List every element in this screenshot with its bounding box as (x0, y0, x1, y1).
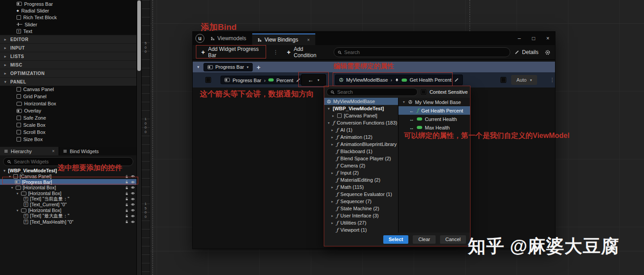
chevron-down-icon[interactable]: ▾ (402, 100, 406, 104)
close-button[interactable]: × (541, 32, 555, 45)
chevron-right-icon[interactable]: ▸ (330, 214, 334, 218)
palette-item-size-box[interactable]: Size Box (0, 136, 136, 143)
palette-item-safe-zone[interactable]: Safe Zone (0, 114, 136, 121)
tree-row-horizontal-box[interactable]: ▾ [Horizontal Box] (0, 191, 136, 196)
chevron-right-icon[interactable]: ▸ (330, 200, 334, 204)
tab-hierarchy[interactable]: Hierarchy × (0, 147, 59, 155)
eye-icon[interactable] (131, 197, 135, 201)
window-title-bar[interactable]: u Viewmodels View Bindings × – □ × (193, 32, 555, 45)
tree-item-ai[interactable]: ▸ ƒ AI (1) (324, 126, 398, 133)
close-icon[interactable]: × (52, 149, 55, 154)
add-binding-plus-button[interactable]: + (257, 63, 261, 71)
chevron-down-icon[interactable]: ▾ (16, 192, 19, 196)
palette-item-text[interactable]: T Text (0, 28, 136, 35)
palette-item-progress-bar[interactable]: Progress Bar (0, 0, 136, 7)
tree-row-text-max-label[interactable]: T [Text] "最大血量：" (0, 213, 136, 219)
category-optimization[interactable]: ▸ OPTIMIZATION (0, 69, 136, 77)
palette-item-scroll-box[interactable]: Scroll Box (0, 129, 136, 136)
eye-icon[interactable] (131, 202, 135, 207)
tree-item-state-machine[interactable]: ƒ State Machine (2) (324, 205, 398, 212)
select-button[interactable]: Select (383, 235, 408, 244)
exec-mode-dropdown[interactable]: Auto ▾ (511, 75, 537, 85)
tab-bind-widgets[interactable]: Bind Widgets (59, 147, 136, 155)
palette-item-rich-text-block[interactable]: Rich Text Block (0, 14, 136, 21)
eye-icon[interactable] (131, 220, 135, 224)
eye-icon[interactable] (131, 174, 135, 179)
palette-item-overlay[interactable]: Overlay (0, 107, 136, 114)
tree-item-blend-space-player[interactable]: ƒ Blend Space Player (2) (324, 155, 398, 162)
tree-item-animation-bp-library[interactable]: ▸ ƒ AnimationBlueprintLibrary (324, 141, 398, 148)
tree-item-sequence-evaluator[interactable]: ƒ Sequence Evaluator (1) (324, 191, 398, 198)
chevron-right-icon[interactable]: ▸ (330, 185, 334, 189)
tree-row-progress-bar[interactable]: [Progress Bar] (0, 179, 136, 185)
chevron-down-icon[interactable]: ▾ (197, 65, 199, 69)
tree-row-text-current-value[interactable]: T [Text_Current] "0" (0, 202, 136, 208)
minimize-button[interactable]: – (512, 32, 526, 45)
palette-item-scale-box[interactable]: Scale Box (0, 121, 136, 129)
lock-icon[interactable] (125, 197, 129, 201)
tree-item-camera[interactable]: ƒ Camera (2) (324, 162, 398, 169)
lock-icon[interactable] (125, 175, 129, 179)
lock-icon[interactable] (125, 203, 129, 207)
widget-group-dropdown[interactable]: Progress Bar ▾ (203, 63, 253, 71)
chevron-right-icon[interactable]: ▸ (330, 135, 334, 139)
eye-icon[interactable] (131, 214, 135, 218)
tree-item-sequencer[interactable]: ▸ ƒ Sequencer (7) (324, 198, 398, 205)
maximize-button[interactable]: □ (526, 32, 541, 45)
chevron-down-icon[interactable]: ▾ (16, 208, 19, 212)
chevron-right-icon[interactable]: ▸ (330, 171, 334, 175)
chevron-down-icon[interactable]: ▾ (327, 121, 330, 125)
binding-exec-checkbox[interactable] (500, 77, 506, 83)
tree-item-user-interface[interactable]: ▸ ƒ User Interface (3) (324, 212, 398, 219)
tree-item-widget-root[interactable]: ▾ [WBP_ViewModeTest] (324, 105, 398, 112)
tree-item-viewport[interactable]: ƒ Viewport (1) (324, 226, 398, 233)
lock-icon[interactable] (125, 220, 129, 224)
close-icon[interactable]: × (307, 38, 310, 42)
binding-source-chip[interactable]: Progress Bar › Percent (220, 76, 305, 84)
palette-item-radial-slider[interactable]: ◆ Radial Slider (0, 7, 136, 14)
binding-enabled-checkbox[interactable] (205, 77, 211, 83)
tree-row-text-current-label[interactable]: T [Text] "当前血量：" (0, 196, 136, 202)
chevron-down-icon[interactable]: ▾ (8, 175, 12, 179)
lock-icon[interactable] (125, 186, 129, 190)
lock-icon[interactable] (125, 180, 129, 184)
palette-item-slider[interactable]: Slider (0, 21, 136, 28)
add-condition-button[interactable]: + Add Condition (283, 44, 329, 60)
chevron-down-icon[interactable]: ▾ (10, 186, 14, 190)
category-misc[interactable]: ▸ MISC (0, 60, 136, 69)
clear-button[interactable]: Clear (413, 235, 435, 244)
tree-item-viewmodel[interactable]: MyViewModelBase (324, 98, 398, 105)
tree-item-input[interactable]: ▸ ƒ Input (2) (324, 169, 398, 176)
property-current-health[interactable]: ↔ Current Health (398, 115, 470, 123)
popup-search[interactable] (326, 88, 418, 96)
context-sensitive-checkbox[interactable] (421, 89, 426, 95)
palette-item-horizontal-box[interactable]: Horizontal Box (0, 100, 136, 107)
property-get-health-percent[interactable]: ← ƒ Get Health Percent (398, 106, 470, 115)
chevron-down-icon[interactable]: ▾ (327, 107, 330, 111)
palette-item-canvas-panel[interactable]: Canvas Panel (0, 86, 136, 93)
category-editor[interactable]: ▸ EDITOR (0, 35, 136, 43)
property-root[interactable]: ▾ My View Model Base (398, 98, 470, 106)
palette-scrollbar[interactable] (137, 0, 142, 275)
category-input[interactable]: ▸ INPUT (0, 43, 136, 52)
tree-item-math[interactable]: ▸ ƒ Math (115) (324, 183, 398, 191)
chevron-right-icon[interactable]: ▸ (330, 221, 334, 225)
binding-direction-button[interactable]: ← ▾ (301, 74, 326, 86)
tree-row-horizontal-box[interactable]: ▾ [Horizontal Box] (0, 185, 136, 191)
palette-item-grid-panel[interactable]: Grid Panel (0, 93, 136, 100)
pencil-icon[interactable] (454, 78, 459, 82)
row-options-icon[interactable]: ⋮ (550, 77, 555, 83)
chevron-down-icon[interactable]: ▾ (3, 169, 6, 173)
binding-target-chip[interactable]: MyViewModelBase › Get Health Percent (335, 75, 463, 85)
lock-icon[interactable] (125, 208, 129, 212)
add-widget-button[interactable]: + Add Widget Progress Bar (197, 44, 269, 60)
tree-row-text-max-value[interactable]: T [Text_MaxHealth] "0" (0, 219, 136, 225)
popup-search-input[interactable] (337, 89, 414, 95)
eye-icon[interactable] (131, 191, 135, 196)
details-button[interactable]: Details (515, 49, 538, 55)
tree-item-conversion-functions[interactable]: ▾ ƒ Conversion Functions (183) (324, 119, 398, 126)
eye-icon[interactable] (131, 180, 135, 184)
dots-menu-icon[interactable]: ⋮ (273, 49, 279, 55)
eye-icon[interactable] (131, 208, 135, 212)
chevron-right-icon[interactable]: ▸ (330, 128, 334, 132)
